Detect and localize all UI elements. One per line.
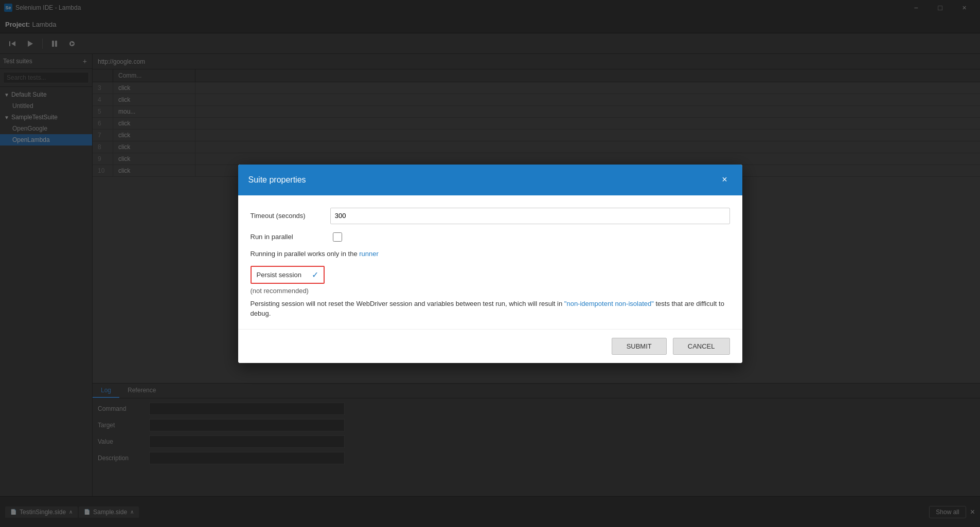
not-recommended-text: (not recommended) <box>251 287 730 295</box>
dialog-close-button[interactable]: × <box>718 173 732 187</box>
dialog-title: Suite properties <box>248 175 306 185</box>
suite-properties-dialog: Suite properties × Timeout (seconds) Run… <box>238 165 742 363</box>
dialog-body: Timeout (seconds) Run in parallel Runnin… <box>238 195 742 329</box>
dialog-overlay: Suite properties × Timeout (seconds) Run… <box>0 0 980 527</box>
persist-session-row: Persist session ✓ <box>251 266 325 284</box>
persist-session-label: Persist session <box>257 271 301 279</box>
non-idempotent-link[interactable]: "non-idempotent non-isolated" <box>564 300 654 307</box>
submit-button[interactable]: SUBMIT <box>612 338 667 355</box>
runner-link[interactable]: runner <box>359 250 379 258</box>
parallel-note: Running in parallel works only in the ru… <box>251 250 730 258</box>
parallel-checkbox[interactable] <box>333 232 342 242</box>
dialog-header: Suite properties × <box>238 165 742 195</box>
persist-description: Persisting session will not reset the We… <box>251 299 730 319</box>
timeout-label: Timeout (seconds) <box>251 212 330 220</box>
timeout-row: Timeout (seconds) <box>251 208 730 224</box>
persist-session-checkmark: ✓ <box>312 270 318 280</box>
parallel-row: Run in parallel <box>251 232 730 242</box>
parallel-label: Run in parallel <box>251 233 333 241</box>
cancel-button[interactable]: CANCEL <box>673 338 730 355</box>
timeout-input[interactable] <box>330 208 730 224</box>
dialog-footer: SUBMIT CANCEL <box>238 329 742 363</box>
